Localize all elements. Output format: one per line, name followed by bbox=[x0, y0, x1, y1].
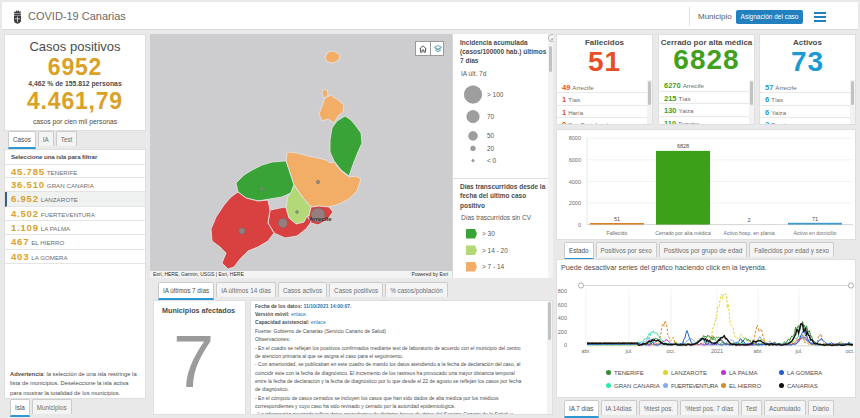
svg-text:0: 0 bbox=[564, 342, 567, 348]
svg-text:> 14 - 20: > 14 - 20 bbox=[482, 247, 508, 254]
svg-text:jul.: jul. bbox=[794, 348, 803, 354]
svg-text:8000: 8000 bbox=[569, 135, 581, 141]
svg-text:abr.: abr. bbox=[581, 348, 591, 354]
svg-text:< 0: < 0 bbox=[487, 157, 497, 164]
svg-text:20: 20 bbox=[487, 145, 495, 152]
svg-text:51: 51 bbox=[614, 216, 620, 222]
svg-text:6000: 6000 bbox=[569, 157, 581, 163]
svg-text:800: 800 bbox=[558, 288, 567, 294]
svg-text:Arrecife: Arrecife bbox=[309, 216, 332, 222]
svg-text:oct.: oct. bbox=[846, 348, 855, 354]
svg-text:abr.: abr. bbox=[753, 348, 763, 354]
svg-text:2: 2 bbox=[747, 217, 750, 223]
svg-text:6828: 6828 bbox=[677, 143, 689, 149]
svg-text:> 7 - 14: > 7 - 14 bbox=[482, 263, 505, 270]
svg-text:Activo hosp. en planta: Activo hosp. en planta bbox=[723, 230, 774, 236]
svg-text:200: 200 bbox=[558, 329, 567, 335]
svg-text:2021: 2021 bbox=[711, 348, 723, 354]
svg-text:70: 70 bbox=[487, 113, 495, 120]
svg-text:600: 600 bbox=[558, 302, 567, 308]
svg-text:71: 71 bbox=[812, 216, 818, 222]
svg-text:50: 50 bbox=[487, 132, 495, 139]
svg-text:Fallecido: Fallecido bbox=[607, 230, 628, 236]
svg-text:Activo en domicilio: Activo en domicilio bbox=[794, 230, 837, 236]
svg-text:oct.: oct. bbox=[667, 348, 676, 354]
svg-text:0: 0 bbox=[578, 222, 581, 228]
svg-text:4000: 4000 bbox=[569, 179, 581, 185]
svg-text:2000: 2000 bbox=[569, 200, 581, 206]
svg-text:Cerrado por alta médica: Cerrado por alta médica bbox=[655, 230, 711, 236]
svg-text:400: 400 bbox=[558, 315, 567, 321]
svg-text:> 100: > 100 bbox=[487, 91, 504, 98]
svg-text:> 30: > 30 bbox=[482, 230, 495, 237]
svg-text:jul.: jul. bbox=[624, 348, 633, 354]
